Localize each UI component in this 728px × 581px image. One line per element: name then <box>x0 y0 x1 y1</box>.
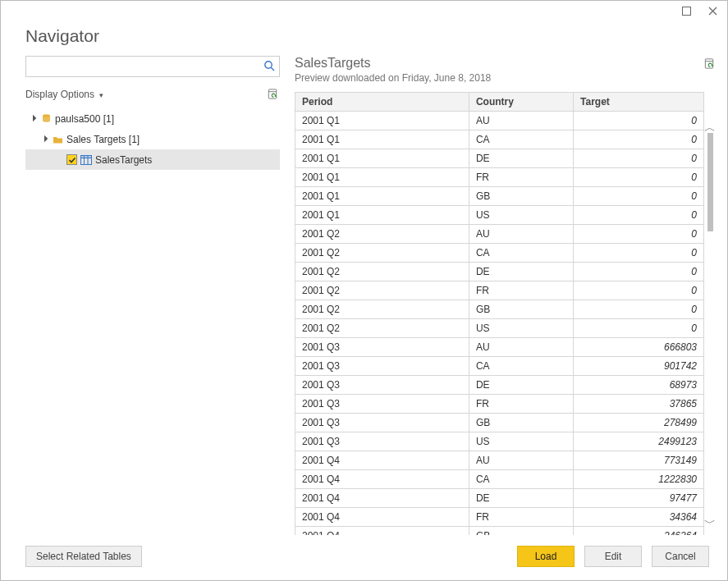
table-row[interactable]: 2001 Q4CA1222830 <box>295 470 704 489</box>
table-row[interactable]: 2001 Q2FR0 <box>295 281 704 300</box>
search-input[interactable] <box>25 56 280 77</box>
table-row[interactable]: 2001 Q3DE68973 <box>295 376 704 395</box>
tree-node-folder[interactable]: Sales Targets [1] <box>25 129 280 149</box>
col-header-target[interactable]: Target <box>574 93 704 112</box>
tree-node-table[interactable]: SalesTargets <box>25 149 280 170</box>
table-row[interactable]: 2001 Q3US2499123 <box>295 432 704 451</box>
cell-target: 901742 <box>574 357 704 376</box>
select-related-tables-button[interactable]: Select Related Tables <box>25 546 142 567</box>
svg-rect-9 <box>81 155 92 158</box>
table-row[interactable]: 2001 Q4GB246364 <box>295 527 704 535</box>
cell-country: FR <box>469 395 573 414</box>
table-row[interactable]: 2001 Q3FR37865 <box>295 395 704 414</box>
edit-button[interactable]: Edit <box>584 546 642 567</box>
search-wrap <box>25 56 280 77</box>
preview-table: Period Country Target 2001 Q1AU02001 Q1C… <box>295 92 704 534</box>
scroll-down-icon[interactable]: ﹀ <box>704 517 716 528</box>
table-row[interactable]: 2001 Q3CA901742 <box>295 357 704 376</box>
load-button[interactable]: Load <box>517 546 575 567</box>
table-row[interactable]: 2001 Q2US0 <box>295 319 704 338</box>
preview-title: SalesTargets <box>295 56 491 71</box>
scrollbar-thumb[interactable] <box>707 133 713 231</box>
cell-period: 2001 Q1 <box>295 130 469 149</box>
cell-target: 0 <box>574 112 704 130</box>
scroll-up-icon[interactable]: ︿ <box>704 121 716 133</box>
table-row[interactable]: 2001 Q2DE0 <box>295 263 704 281</box>
table-row[interactable]: 2001 Q3AU666803 <box>295 338 704 357</box>
left-pane: Display Options ▾ <box>25 56 280 534</box>
table-row[interactable]: 2001 Q1US0 <box>295 206 704 225</box>
close-icon <box>708 7 717 16</box>
tree-node-folder-label: Sales Targets [1] <box>66 134 140 145</box>
cell-target: 0 <box>574 130 704 149</box>
table-row[interactable]: 2001 Q4FR34364 <box>295 508 704 527</box>
cell-period: 2001 Q1 <box>295 149 469 168</box>
table-row[interactable]: 2001 Q1CA0 <box>295 130 704 149</box>
cell-period: 2001 Q1 <box>295 168 469 187</box>
cell-country: AU <box>469 338 573 357</box>
cell-target: 0 <box>574 300 704 319</box>
cell-country: GB <box>469 300 573 319</box>
cell-target: 0 <box>574 187 704 206</box>
cell-country: CA <box>469 244 573 263</box>
display-options-dropdown[interactable]: Display Options ▾ <box>25 89 103 100</box>
cell-period: 2001 Q1 <box>295 206 469 225</box>
cell-target: 246364 <box>574 527 704 535</box>
display-options-row: Display Options ▾ <box>25 82 280 107</box>
cancel-button[interactable]: Cancel <box>652 546 709 567</box>
table-row[interactable]: 2001 Q1GB0 <box>295 187 704 206</box>
cell-country: DE <box>469 376 573 395</box>
cell-country: CA <box>469 130 573 149</box>
cell-target: 2499123 <box>574 432 704 451</box>
table-row[interactable]: 2001 Q2CA0 <box>295 244 704 263</box>
table-row[interactable]: 2001 Q2GB0 <box>295 300 704 319</box>
cell-period: 2001 Q3 <box>295 376 469 395</box>
cell-period: 2001 Q3 <box>295 338 469 357</box>
table-row[interactable]: 2001 Q2AU0 <box>295 225 704 244</box>
table-row[interactable]: 2001 Q4AU773149 <box>295 451 704 470</box>
refresh-button[interactable] <box>267 88 280 101</box>
expander-icon[interactable] <box>40 135 48 144</box>
cell-country: GB <box>469 187 573 206</box>
table-checkbox[interactable] <box>66 154 77 165</box>
maximize-button[interactable] <box>678 3 694 20</box>
cell-country: US <box>469 206 573 225</box>
col-header-country[interactable]: Country <box>469 93 573 112</box>
preview-subtitle: Preview downloaded on Friday, June 8, 20… <box>295 72 491 84</box>
cell-period: 2001 Q4 <box>295 489 469 508</box>
cell-period: 2001 Q1 <box>295 112 469 130</box>
cell-country: AU <box>469 451 573 470</box>
folder-icon <box>52 134 63 145</box>
close-window-button[interactable] <box>704 3 721 20</box>
cell-period: 2001 Q4 <box>295 470 469 489</box>
cell-target: 68973 <box>574 376 704 395</box>
maximize-icon <box>682 7 691 16</box>
col-header-period[interactable]: Period <box>295 93 469 112</box>
cell-country: GB <box>469 414 573 432</box>
titlebar <box>1 1 727 21</box>
cell-country: DE <box>469 263 573 281</box>
preview-refresh-button[interactable] <box>703 57 716 70</box>
table-header-row: Period Country Target <box>295 93 704 112</box>
chevron-down-icon: ▾ <box>99 91 103 99</box>
footer-button-group: Load Edit Cancel <box>517 546 709 567</box>
table-row[interactable]: 2001 Q1FR0 <box>295 168 704 187</box>
search-icon[interactable] <box>263 60 275 71</box>
cell-period: 2001 Q4 <box>295 508 469 527</box>
preview-header: SalesTargets Preview downloaded on Frida… <box>295 56 716 92</box>
cell-period: 2001 Q2 <box>295 300 469 319</box>
tree-node-root-label: paulsa500 [1] <box>55 113 114 125</box>
table-row[interactable]: 2001 Q4DE97477 <box>295 489 704 508</box>
database-icon <box>40 113 52 125</box>
table-row[interactable]: 2001 Q1DE0 <box>295 149 704 168</box>
tree-node-root[interactable]: paulsa500 [1] <box>25 108 280 129</box>
table-row[interactable]: 2001 Q1AU0 <box>295 112 704 130</box>
cell-target: 97477 <box>574 489 704 508</box>
svg-point-1 <box>265 62 272 68</box>
expander-icon[interactable] <box>29 115 37 123</box>
cell-period: 2001 Q3 <box>295 357 469 376</box>
cell-target: 0 <box>574 263 704 281</box>
table-row[interactable]: 2001 Q3GB278499 <box>295 414 704 432</box>
table-region: Period Country Target 2001 Q1AU02001 Q1C… <box>295 92 716 534</box>
vertical-scrollbar[interactable]: ︿ ﹀ <box>704 92 716 534</box>
